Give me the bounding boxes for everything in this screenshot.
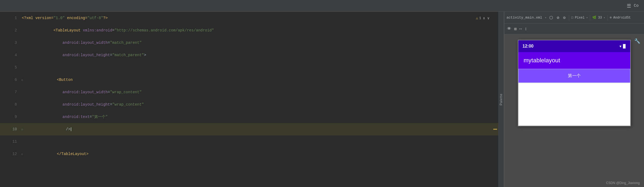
battery-icon: 🌿 bbox=[592, 16, 596, 20]
line-num-2: 2 bbox=[0, 24, 20, 37]
app-title: mytablelayout bbox=[524, 57, 560, 64]
top-bar: ☰ Co bbox=[0, 0, 644, 12]
phone-time: 12:00 bbox=[523, 44, 534, 49]
device-dropdown[interactable]: ▾ bbox=[586, 16, 588, 19]
line-num-6: 6 bbox=[0, 74, 20, 86]
phone-app-bar: mytablelayout bbox=[518, 52, 630, 69]
battery-icon-phone: ▉ bbox=[623, 44, 626, 48]
line-num-10: 10 bbox=[0, 123, 20, 135]
main-area: 1 <?xml version="1.0" encoding="utf-8"?>… bbox=[0, 12, 644, 187]
api-dropdown[interactable]: ▾ bbox=[604, 16, 605, 19]
co-label: Co bbox=[634, 3, 639, 8]
blueprint-mode-icon[interactable]: ⊘ bbox=[556, 15, 561, 21]
phone-status-icons: ▾ ▉ bbox=[620, 44, 626, 48]
file-name-label: activity_main.xml bbox=[506, 16, 542, 20]
code-line-12: 12 ◇ </TableLayout> bbox=[0, 148, 498, 160]
design-toolbar: 👁 ⊞ ↔ ↕ bbox=[504, 24, 644, 34]
combined-mode-icon[interactable]: ⊙ bbox=[562, 15, 567, 21]
line-num-3: 3 bbox=[0, 37, 20, 49]
phone-empty-area bbox=[518, 83, 630, 126]
phone-mockup: 12:00 ▾ ▉ mytablelayout 第一个 bbox=[518, 40, 631, 126]
toolbar-separator-2 bbox=[590, 15, 590, 20]
android-studio-label: ⊙ bbox=[610, 16, 612, 20]
line-num-9: 9 bbox=[0, 111, 20, 123]
design-mode-icon[interactable]: ⬡ bbox=[548, 15, 554, 21]
design-canvas-area: 🔧 12:00 ▾ ▉ mytablelayout 第一个 bbox=[504, 34, 644, 187]
bookmark-icon-12: ◇ bbox=[21, 152, 23, 156]
vertical-arrow-icon[interactable]: ↕ bbox=[525, 27, 527, 31]
palette-label: Palette bbox=[499, 94, 503, 105]
line-num-1: 1 bbox=[0, 12, 20, 24]
phone-status-bar: 12:00 ▾ ▉ bbox=[518, 40, 630, 52]
toolbar-separator-1 bbox=[569, 15, 569, 20]
horizontal-arrow-icon[interactable]: ↔ bbox=[519, 27, 522, 31]
phone-button-row: 第一个 bbox=[518, 69, 630, 83]
line-num-12: 12 bbox=[0, 148, 20, 160]
palette-side-tab[interactable]: Palette bbox=[498, 12, 504, 187]
line-num-4: 4 bbox=[0, 49, 20, 61]
line-num-11: 11 bbox=[0, 135, 20, 148]
right-toolbar: activity_main.xml ▾ ⬡ ⊘ ⊙ □ Pixel ▾ 🌿 33… bbox=[504, 12, 644, 24]
code-line-4: 4 android:layout_height="match_parent"> bbox=[0, 49, 498, 61]
api-level: 33 bbox=[598, 16, 602, 20]
line-num-8: 8 bbox=[0, 98, 20, 111]
code-line-10: 10 ◇ /> bbox=[0, 123, 498, 135]
android-label: AndroidSt bbox=[613, 16, 631, 20]
grid-icon[interactable]: ⊞ bbox=[514, 26, 517, 32]
wrench-icon: 🔧 bbox=[634, 38, 640, 44]
wifi-icon: ▾ bbox=[620, 44, 621, 48]
device-label: □ bbox=[571, 16, 573, 20]
text-cursor bbox=[71, 127, 71, 131]
phone-button-text: 第一个 bbox=[568, 73, 581, 79]
bookmark-icon-10: ◇ bbox=[21, 128, 23, 131]
watermark: CSDN @Ding_Jiaxiong bbox=[606, 181, 640, 185]
yellow-dash-indicator bbox=[493, 129, 497, 130]
right-panel: activity_main.xml ▾ ⬡ ⊘ ⊙ □ Pixel ▾ 🌿 33… bbox=[504, 12, 644, 187]
device-name: Pixel bbox=[575, 16, 585, 20]
eye-icon[interactable]: 👁 bbox=[507, 26, 511, 31]
line-num-5: 5 bbox=[0, 61, 20, 74]
code-lines: 1 <?xml version="1.0" encoding="utf-8"?>… bbox=[0, 12, 498, 160]
editor-area[interactable]: 1 <?xml version="1.0" encoding="utf-8"?>… bbox=[0, 12, 498, 187]
file-dropdown-arrow[interactable]: ▾ bbox=[545, 16, 547, 19]
menu-icon[interactable]: ☰ bbox=[627, 3, 631, 9]
toolbar-separator-3 bbox=[607, 15, 608, 20]
line-num-7: 7 bbox=[0, 86, 20, 98]
line-content-12: </TableLayout> bbox=[24, 135, 498, 172]
